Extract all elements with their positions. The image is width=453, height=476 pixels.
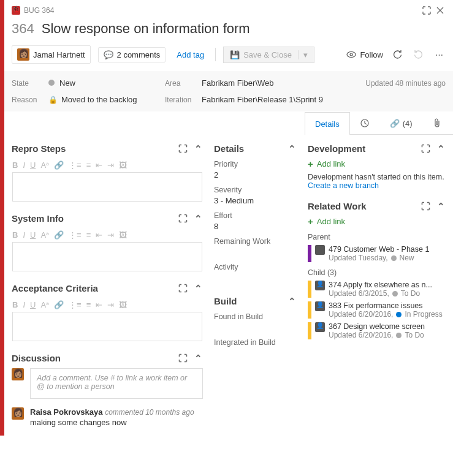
related-item[interactable]: 374 Apply fix elsewhere as n...Updated 6…: [308, 281, 446, 298]
expand-icon[interactable]: ⛶: [421, 144, 431, 154]
create-branch-link[interactable]: Create a new branch: [308, 181, 446, 190]
state-dot-icon: [391, 255, 397, 261]
plus-icon: +: [308, 159, 313, 169]
chevron-down-icon[interactable]: ▾: [298, 50, 308, 59]
discussion-input[interactable]: Add a comment. Use # to link a work item…: [30, 368, 203, 399]
remaining-value[interactable]: [214, 247, 297, 257]
integrated-build-value[interactable]: [214, 349, 297, 358]
save-icon: 💾: [230, 50, 240, 59]
related-item[interactable]: 479 Customer Web - Phase 1 Updated Tuesd…: [308, 245, 446, 262]
state-value[interactable]: New: [48, 78, 165, 88]
chevron-up-icon[interactable]: ⌃: [287, 297, 297, 306]
svg-point-1: [350, 53, 352, 56]
comments-count: 2 comments: [117, 50, 161, 59]
found-build-value[interactable]: [214, 323, 297, 332]
repro-heading: Repro Steps: [12, 143, 66, 154]
parent-group-label: Parent: [308, 233, 446, 241]
refresh-icon[interactable]: [390, 48, 404, 61]
severity-label: Severity: [214, 186, 297, 194]
titlebar-label: BUG 364: [24, 6, 54, 15]
expand-icon[interactable]: ⛶: [178, 284, 188, 293]
chevron-up-icon[interactable]: ⌃: [436, 202, 446, 211]
chevron-up-icon[interactable]: ⌃: [193, 144, 203, 154]
details-heading: Details: [214, 143, 244, 154]
discussion-heading: Discussion: [12, 353, 61, 363]
chevron-up-icon[interactable]: ⌃: [193, 214, 203, 224]
chevron-up-icon[interactable]: ⌃: [287, 144, 297, 154]
state-label: State: [12, 79, 48, 88]
comment-icon: 💬: [104, 50, 113, 59]
comments-chip[interactable]: 💬 2 comments: [98, 47, 166, 62]
priority-value[interactable]: 2: [214, 170, 297, 179]
tab-links[interactable]: 🔗 (4): [379, 111, 423, 134]
add-tag-button[interactable]: Add tag: [173, 48, 208, 62]
editor-toolbar[interactable]: BIUAᵃ🔗⋮≡≡⇤⇥🖼: [12, 159, 202, 172]
color-bar: [308, 322, 311, 339]
undo-icon[interactable]: [411, 48, 425, 61]
expand-icon[interactable]: ⛶: [178, 144, 188, 154]
comment-meta: commented 10 months ago: [105, 408, 194, 417]
editor-toolbar[interactable]: BIUAᵃ🔗⋮≡≡⇤⇥🖼: [12, 299, 202, 312]
attachment-icon: [433, 118, 441, 128]
link-icon: 🔗: [390, 119, 400, 128]
avatar: [12, 407, 24, 420]
epic-icon: [315, 245, 325, 255]
follow-label: Follow: [360, 50, 383, 59]
iteration-value[interactable]: Fabrikam Fiber\Release 1\Sprint 9: [202, 95, 335, 104]
follow-button[interactable]: Follow: [346, 50, 383, 59]
close-icon[interactable]: [433, 4, 447, 17]
chevron-up-icon[interactable]: ⌃: [193, 284, 203, 293]
area-value[interactable]: Fabrikam Fiber\Web: [202, 78, 335, 88]
separator: [215, 48, 216, 61]
expand-icon[interactable]: ⛶: [178, 353, 188, 363]
save-label: Save & Close: [243, 50, 292, 59]
editor-toolbar[interactable]: BIUAᵃ🔗⋮≡≡⇤⇥🖼: [12, 229, 202, 242]
effort-value[interactable]: 8: [214, 222, 297, 231]
chevron-up-icon[interactable]: ⌃: [193, 353, 203, 363]
assignee-name: Jamal Hartnett: [33, 50, 85, 59]
priority-label: Priority: [214, 160, 297, 168]
related-item[interactable]: 383 Fix performance issuesUpdated 6/20/2…: [308, 301, 446, 319]
related-heading: Related Work: [308, 201, 367, 211]
related-add-link[interactable]: +Add link: [308, 216, 446, 227]
activity-label: Activity: [214, 263, 297, 271]
task-icon: [315, 301, 325, 311]
color-bar: [308, 281, 311, 298]
save-close-button[interactable]: 💾 Save & Close ▾: [223, 47, 314, 63]
chevron-up-icon[interactable]: ⌃: [436, 144, 446, 154]
state-dot-icon: [396, 312, 402, 317]
related-item[interactable]: 367 Design welcome screenUpdated 6/20/20…: [308, 322, 446, 339]
state-dot-icon: [396, 333, 402, 338]
sysinfo-editor[interactable]: [12, 242, 202, 271]
sysinfo-heading: System Info: [12, 213, 64, 224]
activity-value[interactable]: [214, 273, 297, 282]
expand-icon[interactable]: ⛶: [421, 202, 431, 211]
bug-icon: [12, 6, 20, 15]
iteration-label: Iteration: [165, 96, 202, 104]
acceptance-editor[interactable]: [12, 312, 202, 341]
repro-editor[interactable]: [12, 172, 202, 202]
tab-details[interactable]: Details: [305, 112, 350, 135]
expand-icon[interactable]: ⛶: [178, 214, 188, 224]
state-dot-icon: [48, 80, 55, 86]
state-dot-icon: [392, 291, 398, 297]
history-icon: [360, 119, 369, 127]
maximize-icon[interactable]: [420, 4, 433, 17]
tab-history[interactable]: [350, 111, 379, 134]
more-icon[interactable]: ⋯: [432, 48, 446, 61]
dev-add-link[interactable]: +Add link: [308, 159, 446, 169]
tab-attachments[interactable]: [423, 111, 451, 134]
severity-value[interactable]: 3 - Medium: [214, 196, 297, 205]
acceptance-heading: Acceptance Criteria: [12, 283, 98, 293]
reason-value[interactable]: 🔒Moved to the backlog: [48, 95, 165, 104]
svg-point-0: [347, 52, 356, 58]
effort-label: Effort: [214, 211, 297, 220]
work-item-id: 364: [12, 21, 34, 37]
work-item-title[interactable]: Slow response on information form: [42, 21, 250, 37]
dev-not-started: Development hasn't started on this item.: [308, 173, 446, 181]
found-build-label: Found in Build: [214, 312, 297, 321]
remaining-label: Remaining Work: [214, 237, 297, 246]
lock-icon: 🔒: [48, 96, 58, 104]
plus-icon: +: [308, 216, 313, 227]
assignee-chip[interactable]: Jamal Hartnett: [12, 45, 91, 64]
